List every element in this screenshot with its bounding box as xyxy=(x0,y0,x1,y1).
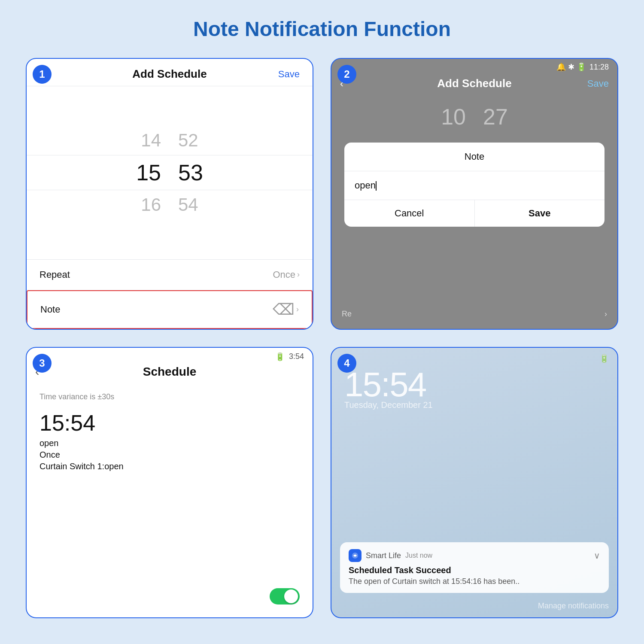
repeat-row[interactable]: Repeat Once › xyxy=(27,260,313,290)
repeat-chevron-icon: › xyxy=(297,270,300,279)
save-button[interactable]: Save xyxy=(475,200,605,227)
note-dialog: Note open Cancel Save xyxy=(344,143,605,227)
notif-header: Smart Life Just now ∨ xyxy=(349,549,600,562)
time-row-1: 14 52 xyxy=(141,128,198,153)
card2-minute: 27 xyxy=(483,104,508,130)
card1-footer: Repeat Once › Note ⌫ › xyxy=(27,259,313,329)
repeat-value-container: Once › xyxy=(273,269,300,280)
page-title: Note Notification Function xyxy=(193,17,451,41)
card3-status-bar: 🔋 3:54 xyxy=(27,348,313,363)
card2-header: ‹ Add Schedule Save xyxy=(331,73,617,95)
card3-repeat: Once xyxy=(39,450,300,460)
card3-status-time: 3:54 xyxy=(289,352,304,361)
card2-status-time: 11:28 xyxy=(589,63,609,72)
note-dialog-title: Note xyxy=(344,143,605,171)
step-badge-2: 2 xyxy=(337,65,356,84)
card-2: 2 🔔 ✱ 🔋 11:28 ‹ Add Schedule Save 10 27 … xyxy=(331,58,618,330)
note-input-text: open xyxy=(355,180,376,191)
card2-bottom: Re › xyxy=(331,227,617,329)
repeat-label: Repeat xyxy=(39,269,70,280)
smart-life-icon xyxy=(349,549,361,562)
note-right: ⌫ › xyxy=(264,301,299,319)
card3-battery-icon: 🔋 xyxy=(275,352,285,361)
time-minute-2: 53 xyxy=(178,160,203,185)
note-row[interactable]: Note ⌫ › xyxy=(27,290,313,329)
note-chevron-icon: › xyxy=(296,305,299,314)
card3-time-big: 15:54 xyxy=(39,410,300,436)
schedule-toggle[interactable] xyxy=(270,588,300,605)
card4-battery-icon: 🔋 xyxy=(599,354,609,363)
card-3: 3 🔋 3:54 ‹ Schedule Time variance is ±30… xyxy=(26,347,313,619)
time-hour-1: 14 xyxy=(141,130,161,151)
time-sep-bottom xyxy=(27,190,313,190)
card3-header: ‹ Schedule xyxy=(27,363,313,384)
cancel-button[interactable]: Cancel xyxy=(344,200,475,227)
notif-title: Scheduled Task Succeed xyxy=(349,565,600,575)
card4-clock-area: 🔋 15:54 Tuesday, December 21 xyxy=(331,348,617,538)
step-badge-3: 3 xyxy=(33,354,52,373)
note-label: Note xyxy=(40,304,60,315)
card3-toggle-row xyxy=(27,588,313,617)
notif-time: Just now xyxy=(405,552,432,559)
notif-expand-icon[interactable]: ∨ xyxy=(594,550,600,561)
hand-cursor-icon: ⌫ xyxy=(273,301,295,319)
repeat-value: Once xyxy=(273,269,295,280)
toggle-knob xyxy=(284,589,298,603)
card3-note: open xyxy=(39,438,300,448)
time-picker: 14 52 15 53 16 54 xyxy=(27,86,313,259)
card2-status-bar: 🔔 ✱ 🔋 11:28 xyxy=(331,59,617,73)
time-row-3: 16 54 xyxy=(141,192,198,218)
text-cursor-icon xyxy=(376,181,377,191)
card3-title: Schedule xyxy=(143,365,196,379)
step-badge-4: 4 xyxy=(337,354,356,373)
notif-body: The open of Curtain switch at 15:54:16 h… xyxy=(349,577,600,586)
card2-save-button[interactable]: Save xyxy=(587,78,609,89)
card3-device: Curtain Switch 1:open xyxy=(39,462,300,471)
card1-header: Add Schedule Save xyxy=(27,59,313,86)
time-sep-top xyxy=(27,155,313,155)
notif-app: Smart Life Just now xyxy=(349,549,432,562)
card2-status-icons: 🔔 ✱ 🔋 xyxy=(556,62,586,72)
note-dialog-buttons: Cancel Save xyxy=(344,200,605,227)
main-grid: 1 Add Schedule Save 14 52 15 53 16 54 Re… xyxy=(26,58,618,618)
card3-variance: Time variance is ±30s xyxy=(39,392,300,401)
time-minute-1: 52 xyxy=(178,130,198,151)
card2-title: Add Schedule xyxy=(437,77,511,90)
step-badge-1: 1 xyxy=(33,65,52,84)
card2-bottom-repeat: Re xyxy=(342,310,352,319)
note-dialog-input-area[interactable]: open xyxy=(344,171,605,200)
notif-app-name: Smart Life xyxy=(366,551,401,560)
time-hour-3: 16 xyxy=(141,194,161,215)
card4-clock: 15:54 xyxy=(344,365,605,404)
notification-card[interactable]: Smart Life Just now ∨ Scheduled Task Suc… xyxy=(340,542,609,593)
manage-notifications-button[interactable]: Manage notifications xyxy=(331,597,617,617)
card2-bottom-row: Re › xyxy=(331,304,617,324)
time-hour-2: 15 xyxy=(136,160,161,185)
card-1: 1 Add Schedule Save 14 52 15 53 16 54 Re… xyxy=(26,58,313,330)
time-minute-3: 54 xyxy=(178,194,198,215)
card2-time: 10 27 xyxy=(331,95,617,143)
card1-title: Add Schedule xyxy=(132,67,207,81)
time-row-2: 15 53 xyxy=(136,157,203,188)
card2-hour: 10 xyxy=(441,104,466,130)
card3-body: Time variance is ±30s 15:54 open Once Cu… xyxy=(27,384,313,589)
card1-save-button[interactable]: Save xyxy=(278,69,300,80)
card4-date: Tuesday, December 21 xyxy=(344,400,605,410)
card-4: 4 🔋 15:54 Tuesday, December 21 Smart Lif… xyxy=(331,347,618,619)
card2-bottom-chevron: › xyxy=(605,310,607,319)
